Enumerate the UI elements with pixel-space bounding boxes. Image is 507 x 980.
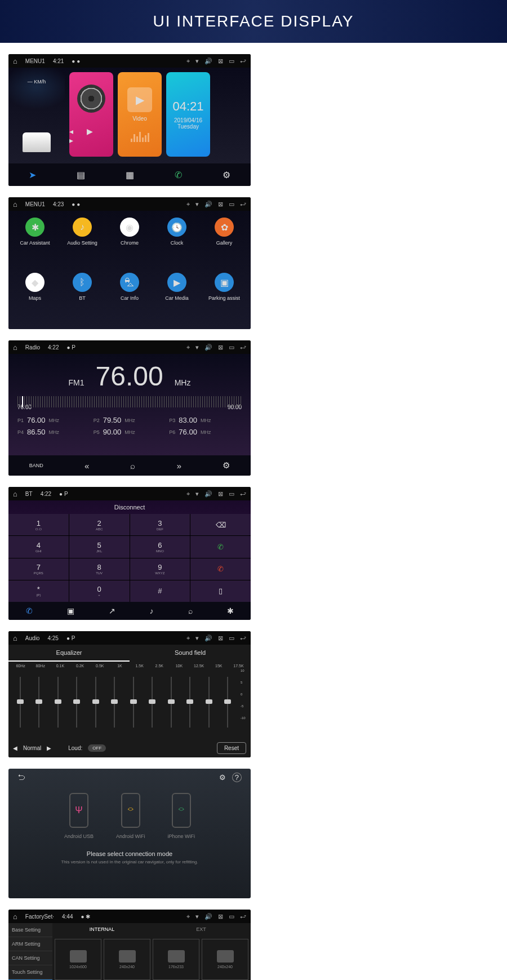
- app-car-media[interactable]: ▶Car Media: [156, 273, 198, 322]
- home-icon[interactable]: ⌂: [13, 490, 17, 498]
- sidebar-item-can-setting[interactable]: CAN Setting: [8, 951, 52, 965]
- keypad-3[interactable]: 3DEF: [130, 514, 190, 535]
- reset-button[interactable]: Reset: [217, 742, 246, 754]
- home-icon[interactable]: ⌂: [13, 343, 17, 352]
- keypad-1[interactable]: 1O.O: [8, 514, 69, 535]
- recent-icon[interactable]: ▭: [229, 490, 234, 498]
- radio-dial[interactable]: [17, 396, 242, 407]
- bt-dock-icon-4[interactable]: ⌕: [188, 606, 193, 615]
- dock-apps-icon[interactable]: ▦: [126, 170, 134, 180]
- back-icon[interactable]: ⮐: [240, 201, 246, 208]
- logo-option[interactable]: 176x233: [153, 939, 199, 980]
- dock-settings-icon[interactable]: ⚙: [223, 170, 230, 180]
- close-icon[interactable]: ⊠: [218, 57, 223, 65]
- sidebar-item-arm-setting[interactable]: ARM Setting: [8, 937, 52, 951]
- back-icon[interactable]: ⮌: [17, 773, 25, 782]
- app-audio-setting[interactable]: ♪Audio Setting: [61, 218, 103, 267]
- close-icon[interactable]: ⊠: [218, 344, 223, 351]
- eq-slider[interactable]: [199, 669, 219, 735]
- back-icon[interactable]: ⮐: [240, 913, 246, 920]
- volume-icon[interactable]: 🔊: [204, 57, 212, 65]
- volume-icon[interactable]: 🔊: [204, 201, 212, 208]
- bt-dock-icon-1[interactable]: ▣: [67, 606, 74, 615]
- eq-slider[interactable]: [181, 669, 200, 735]
- volume-icon[interactable]: 🔊: [204, 635, 212, 642]
- bt-dock-icon-5[interactable]: ✱: [227, 606, 234, 615]
- app-parking-assist[interactable]: ▣Parking assist: [203, 273, 245, 322]
- close-icon[interactable]: ⊠: [218, 635, 223, 642]
- keypad-9[interactable]: 9WXYZ: [130, 558, 190, 580]
- dock-phone-icon[interactable]: ✆: [175, 170, 182, 180]
- settings-icon[interactable]: ⚙: [219, 773, 226, 782]
- keypad-✆[interactable]: ✆: [190, 558, 251, 580]
- search-icon[interactable]: ⌕: [130, 461, 135, 471]
- keypad-8[interactable]: 8TUV: [69, 558, 130, 580]
- keypad-✆[interactable]: ✆: [190, 536, 251, 557]
- app-chrome[interactable]: ◉Chrome: [109, 218, 150, 267]
- preset-p5[interactable]: P590.00MHz: [94, 428, 166, 436]
- mirror-mode-iphone-wifi[interactable]: ⌔iPhone WiFi: [168, 793, 195, 839]
- keypad-2[interactable]: 2ABC: [69, 514, 130, 535]
- seek-next-icon[interactable]: »: [177, 461, 181, 471]
- logo-option[interactable]: 1024x600: [55, 939, 101, 980]
- mirror-mode-android-wifi[interactable]: ⌔Android WiFi: [116, 793, 145, 839]
- app-gallery[interactable]: ✿Gallery: [203, 218, 245, 267]
- keypad-▯[interactable]: ▯: [190, 580, 251, 602]
- app-maps[interactable]: ◆Maps: [14, 273, 56, 322]
- keypad-#[interactable]: #: [130, 580, 190, 602]
- volume-icon[interactable]: 🔊: [204, 490, 212, 498]
- eq-slider[interactable]: [143, 669, 162, 735]
- back-icon[interactable]: ⮐: [240, 490, 246, 498]
- mirror-mode-android-usb[interactable]: ΨAndroid USB: [64, 793, 94, 839]
- recent-icon[interactable]: ▭: [229, 635, 234, 642]
- preset-p2[interactable]: P279.50MHz: [94, 416, 166, 424]
- settings-icon[interactable]: ⚙: [223, 460, 230, 471]
- keypad-4[interactable]: 4GHI: [8, 536, 69, 557]
- bt-dock-icon-0[interactable]: ✆: [26, 606, 33, 615]
- bt-dock-icon-2[interactable]: ↗: [109, 606, 115, 615]
- video-card[interactable]: ▶ Video: [118, 72, 162, 157]
- recent-icon[interactable]: ▭: [229, 201, 234, 208]
- back-icon[interactable]: ⮐: [240, 344, 246, 351]
- eq-slider[interactable]: [48, 669, 68, 735]
- volume-icon[interactable]: 🔊: [204, 913, 212, 920]
- volume-icon[interactable]: 🔊: [204, 344, 212, 351]
- app-car-assistant[interactable]: ✱Car Assistant: [14, 218, 56, 267]
- preset-p3[interactable]: P383.00MHz: [169, 416, 242, 424]
- recent-icon[interactable]: ▭: [229, 913, 234, 920]
- back-icon[interactable]: ⮐: [240, 57, 246, 65]
- bt-dock-icon-3[interactable]: ♪: [150, 606, 154, 615]
- prev-preset-icon[interactable]: ◀: [13, 745, 17, 751]
- app-clock[interactable]: 🕓Clock: [156, 218, 198, 267]
- preset-p4[interactable]: P486.50MHz: [17, 428, 90, 436]
- app-bt[interactable]: ᛒBT: [61, 273, 103, 322]
- tab-sound-field[interactable]: Sound field: [130, 645, 251, 662]
- logo-option[interactable]: 240x240: [104, 939, 150, 980]
- preset-p6[interactable]: P676.00MHz: [169, 428, 242, 436]
- keypad-*[interactable]: *(P): [8, 580, 69, 602]
- tab-equalizer[interactable]: Equalizer: [8, 645, 130, 662]
- tab-internal[interactable]: INTERNAL: [52, 923, 152, 937]
- keypad-⌫[interactable]: ⌫: [190, 514, 251, 535]
- home-icon[interactable]: ⌂: [13, 912, 17, 921]
- eq-slider[interactable]: [30, 669, 49, 735]
- home-icon[interactable]: ⌂: [13, 634, 17, 642]
- music-card[interactable]: ◂ ▶ ▸: [69, 72, 113, 157]
- close-icon[interactable]: ⊠: [218, 913, 223, 920]
- eq-slider[interactable]: [219, 669, 238, 735]
- eq-slider[interactable]: [68, 669, 87, 735]
- help-icon[interactable]: ?: [232, 773, 242, 782]
- close-icon[interactable]: ⊠: [218, 490, 223, 498]
- band-button[interactable]: BAND: [29, 463, 43, 468]
- keypad-5[interactable]: 5JKL: [69, 536, 130, 557]
- dock-radio-icon[interactable]: ▤: [77, 170, 85, 180]
- recent-icon[interactable]: ▭: [229, 57, 234, 65]
- eq-slider[interactable]: [11, 669, 30, 735]
- back-icon[interactable]: ⮐: [240, 635, 246, 642]
- eq-slider[interactable]: [162, 669, 181, 735]
- eq-slider[interactable]: [105, 669, 124, 735]
- keypad-0[interactable]: 0+: [69, 580, 130, 602]
- sidebar-item-base-setting[interactable]: Base Setting: [8, 923, 52, 937]
- loud-toggle[interactable]: OFF: [88, 744, 106, 752]
- next-preset-icon[interactable]: ▶: [47, 745, 51, 751]
